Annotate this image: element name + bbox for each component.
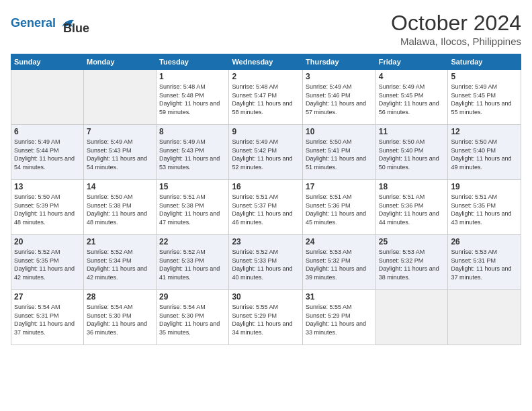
calendar-week-row: 27Sunrise: 5:54 AMSunset: 5:31 PMDayligh…: [11, 290, 521, 345]
calendar-cell: 31Sunrise: 5:55 AMSunset: 5:29 PMDayligh…: [303, 290, 376, 345]
calendar-week-row: 20Sunrise: 5:52 AMSunset: 5:35 PMDayligh…: [11, 235, 521, 290]
day-number: 3: [306, 72, 373, 81]
day-detail: Sunrise: 5:51 AMSunset: 5:36 PMDaylight:…: [379, 193, 445, 226]
title-block: October 2024 Malawa, Ilocos, Philippines: [391, 11, 521, 47]
day-number: 26: [451, 237, 518, 246]
day-number: 6: [14, 127, 81, 136]
day-number: 7: [87, 127, 153, 136]
day-detail: Sunrise: 5:51 AMSunset: 5:37 PMDaylight:…: [232, 193, 300, 226]
day-number: 17: [306, 182, 373, 191]
day-detail: Sunrise: 5:48 AMSunset: 5:47 PMDaylight:…: [232, 83, 300, 116]
calendar-cell: 19Sunrise: 5:51 AMSunset: 5:35 PMDayligh…: [448, 180, 521, 235]
day-number: 14: [87, 182, 153, 191]
page: General Blue October 2024 Malawa, Ilocos…: [0, 0, 532, 411]
day-detail: Sunrise: 5:55 AMSunset: 5:29 PMDaylight:…: [232, 303, 300, 336]
day-detail: Sunrise: 5:52 AMSunset: 5:34 PMDaylight:…: [87, 248, 153, 281]
calendar-cell: 27Sunrise: 5:54 AMSunset: 5:31 PMDayligh…: [11, 290, 84, 345]
day-detail: Sunrise: 5:52 AMSunset: 5:33 PMDaylight:…: [232, 248, 300, 281]
calendar-cell: 21Sunrise: 5:52 AMSunset: 5:34 PMDayligh…: [83, 235, 156, 290]
day-detail: Sunrise: 5:51 AMSunset: 5:35 PMDaylight:…: [451, 193, 518, 226]
day-number: 1: [159, 72, 226, 81]
month-title: October 2024: [391, 11, 521, 36]
calendar-cell: [83, 70, 156, 125]
logo-line2: Blue: [63, 21, 89, 36]
calendar-cell: 29Sunrise: 5:54 AMSunset: 5:30 PMDayligh…: [157, 290, 229, 345]
day-number: 22: [159, 237, 226, 246]
day-number: 27: [14, 292, 81, 302]
day-detail: Sunrise: 5:53 AMSunset: 5:31 PMDaylight:…: [451, 248, 518, 281]
day-detail: Sunrise: 5:51 AMSunset: 5:38 PMDaylight:…: [159, 193, 226, 226]
day-number: 25: [379, 237, 445, 246]
day-detail: Sunrise: 5:52 AMSunset: 5:35 PMDaylight:…: [14, 248, 81, 281]
calendar-cell: 9Sunrise: 5:49 AMSunset: 5:42 PMDaylight…: [229, 125, 303, 180]
calendar-cell: 17Sunrise: 5:51 AMSunset: 5:36 PMDayligh…: [303, 180, 376, 235]
calendar-cell: 25Sunrise: 5:53 AMSunset: 5:32 PMDayligh…: [375, 235, 448, 290]
header-monday: Monday: [83, 54, 156, 70]
header-friday: Friday: [375, 54, 448, 70]
day-number: 10: [306, 127, 373, 136]
day-number: 18: [379, 182, 445, 191]
calendar-cell: 28Sunrise: 5:54 AMSunset: 5:30 PMDayligh…: [83, 290, 156, 345]
calendar-header-row: Sunday Monday Tuesday Wednesday Thursday…: [11, 54, 521, 70]
day-detail: Sunrise: 5:50 AMSunset: 5:40 PMDaylight:…: [451, 138, 518, 171]
calendar-cell: 3Sunrise: 5:49 AMSunset: 5:46 PMDaylight…: [303, 70, 376, 125]
day-number: 4: [379, 72, 445, 81]
day-detail: Sunrise: 5:50 AMSunset: 5:41 PMDaylight:…: [306, 138, 373, 171]
day-detail: Sunrise: 5:54 AMSunset: 5:30 PMDaylight:…: [159, 303, 226, 336]
calendar-cell: 13Sunrise: 5:50 AMSunset: 5:39 PMDayligh…: [11, 180, 84, 235]
day-number: 28: [87, 292, 153, 302]
day-detail: Sunrise: 5:52 AMSunset: 5:33 PMDaylight:…: [159, 248, 226, 281]
day-detail: Sunrise: 5:49 AMSunset: 5:45 PMDaylight:…: [451, 83, 518, 116]
day-detail: Sunrise: 5:49 AMSunset: 5:45 PMDaylight:…: [379, 83, 445, 116]
calendar-cell: 18Sunrise: 5:51 AMSunset: 5:36 PMDayligh…: [375, 180, 448, 235]
calendar-cell: [448, 290, 521, 345]
day-number: 12: [451, 127, 518, 136]
calendar-cell: 4Sunrise: 5:49 AMSunset: 5:45 PMDaylight…: [375, 70, 448, 125]
calendar-table: Sunday Monday Tuesday Wednesday Thursday…: [11, 54, 521, 345]
calendar-week-row: 6Sunrise: 5:49 AMSunset: 5:44 PMDaylight…: [11, 125, 521, 180]
day-number: 29: [159, 292, 226, 302]
day-number: 9: [232, 127, 300, 136]
day-detail: Sunrise: 5:49 AMSunset: 5:46 PMDaylight:…: [306, 83, 373, 116]
calendar-cell: 1Sunrise: 5:48 AMSunset: 5:48 PMDaylight…: [157, 70, 229, 125]
calendar-week-row: 13Sunrise: 5:50 AMSunset: 5:39 PMDayligh…: [11, 180, 521, 235]
calendar-cell: 6Sunrise: 5:49 AMSunset: 5:44 PMDaylight…: [11, 125, 84, 180]
calendar-cell: 2Sunrise: 5:48 AMSunset: 5:47 PMDaylight…: [229, 70, 303, 125]
calendar-week-row: 1Sunrise: 5:48 AMSunset: 5:48 PMDaylight…: [11, 70, 521, 125]
calendar-cell: 16Sunrise: 5:51 AMSunset: 5:37 PMDayligh…: [229, 180, 303, 235]
calendar-cell: 12Sunrise: 5:50 AMSunset: 5:40 PMDayligh…: [448, 125, 521, 180]
calendar-cell: 7Sunrise: 5:49 AMSunset: 5:43 PMDaylight…: [83, 125, 156, 180]
day-detail: Sunrise: 5:50 AMSunset: 5:40 PMDaylight:…: [379, 138, 445, 171]
location: Malawa, Ilocos, Philippines: [391, 36, 521, 47]
calendar-cell: 14Sunrise: 5:50 AMSunset: 5:38 PMDayligh…: [83, 180, 156, 235]
calendar-cell: 26Sunrise: 5:53 AMSunset: 5:31 PMDayligh…: [448, 235, 521, 290]
header-thursday: Thursday: [303, 54, 376, 70]
calendar-cell: 20Sunrise: 5:52 AMSunset: 5:35 PMDayligh…: [11, 235, 84, 290]
day-number: 5: [451, 72, 518, 81]
day-detail: Sunrise: 5:50 AMSunset: 5:38 PMDaylight:…: [87, 193, 153, 226]
calendar-cell: 22Sunrise: 5:52 AMSunset: 5:33 PMDayligh…: [157, 235, 229, 290]
day-number: 11: [379, 127, 445, 136]
calendar-cell: 10Sunrise: 5:50 AMSunset: 5:41 PMDayligh…: [303, 125, 376, 180]
calendar-cell: 23Sunrise: 5:52 AMSunset: 5:33 PMDayligh…: [229, 235, 303, 290]
day-detail: Sunrise: 5:48 AMSunset: 5:48 PMDaylight:…: [159, 83, 226, 116]
day-detail: Sunrise: 5:51 AMSunset: 5:36 PMDaylight:…: [306, 193, 373, 226]
day-detail: Sunrise: 5:54 AMSunset: 5:31 PMDaylight:…: [14, 303, 81, 336]
calendar-cell: 15Sunrise: 5:51 AMSunset: 5:38 PMDayligh…: [157, 180, 229, 235]
day-number: 13: [14, 182, 81, 191]
day-number: 16: [232, 182, 300, 191]
day-number: 31: [306, 292, 373, 302]
day-number: 19: [451, 182, 518, 191]
calendar-cell: 5Sunrise: 5:49 AMSunset: 5:45 PMDaylight…: [448, 70, 521, 125]
day-number: 2: [232, 72, 300, 81]
day-detail: Sunrise: 5:50 AMSunset: 5:39 PMDaylight:…: [14, 193, 81, 226]
calendar-cell: [11, 70, 84, 125]
day-number: 8: [159, 127, 226, 136]
day-number: 23: [232, 237, 300, 246]
header-sunday: Sunday: [11, 54, 84, 70]
day-detail: Sunrise: 5:49 AMSunset: 5:43 PMDaylight:…: [87, 138, 153, 171]
day-detail: Sunrise: 5:53 AMSunset: 5:32 PMDaylight:…: [306, 248, 373, 281]
day-detail: Sunrise: 5:55 AMSunset: 5:29 PMDaylight:…: [306, 303, 373, 336]
day-number: 20: [14, 237, 81, 246]
calendar-cell: 8Sunrise: 5:49 AMSunset: 5:43 PMDaylight…: [157, 125, 229, 180]
